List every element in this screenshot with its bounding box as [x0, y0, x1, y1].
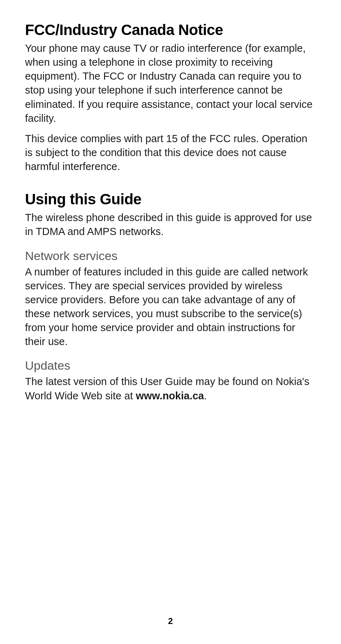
paragraph-network-1: A number of features included in this gu… — [25, 265, 316, 349]
updates-url: www.nokia.ca — [136, 390, 204, 401]
paragraph-guide-1: The wireless phone described in this gui… — [25, 211, 316, 239]
subheading-updates: Updates — [25, 359, 316, 373]
document-page: FCC/Industry Canada Notice Your phone ma… — [25, 21, 316, 403]
paragraph-fcc-1: Your phone may cause TV or radio interfe… — [25, 41, 316, 125]
heading-using-guide: Using this Guide — [25, 191, 316, 208]
heading-fcc-notice: FCC/Industry Canada Notice — [25, 21, 316, 39]
paragraph-fcc-2: This device complies with part 15 of the… — [25, 132, 316, 174]
subheading-network-services: Network services — [25, 249, 316, 263]
updates-text-suffix: . — [204, 390, 207, 401]
page-number: 2 — [0, 616, 341, 626]
paragraph-updates-1: The latest version of this User Guide ma… — [25, 375, 316, 403]
